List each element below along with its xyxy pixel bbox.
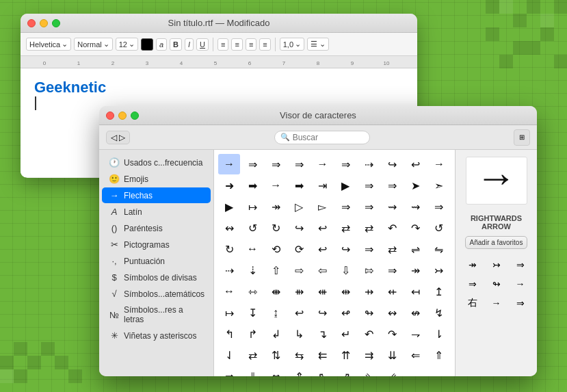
symbol-cell[interactable]: ⇗ xyxy=(334,366,356,376)
symbol-cell[interactable]: ↴ xyxy=(311,324,333,344)
symbol-cell[interactable]: ↲ xyxy=(265,324,287,344)
symbol-cell[interactable]: ↩ xyxy=(311,218,333,238)
symbol-cell[interactable]: ⇝ xyxy=(382,196,404,217)
symbol-cell[interactable]: ⇰ xyxy=(358,260,380,280)
symbol-cell[interactable]: ➜ xyxy=(218,175,240,196)
symbol-cell[interactable]: ↪ xyxy=(334,239,356,259)
symbol-cell[interactable]: ↩ xyxy=(288,302,310,323)
search-input[interactable] xyxy=(293,133,361,142)
symbol-cell[interactable]: → xyxy=(428,154,450,174)
symbol-cell[interactable]: ⇒ xyxy=(428,196,450,217)
symbol-cell[interactable]: ↪ xyxy=(288,218,310,238)
symbol-cell[interactable]: ↔ xyxy=(218,281,240,302)
symbol-cell[interactable]: ▻ xyxy=(311,196,333,217)
italic-button[interactable]: I xyxy=(185,38,194,51)
symbol-cell[interactable]: ↠ xyxy=(405,260,427,280)
symbol-cell[interactable]: ⇒ xyxy=(334,154,356,174)
symbol-cell[interactable]: ⇒ xyxy=(334,196,356,217)
symbol-cell[interactable]: ⇒ xyxy=(241,154,263,174)
symbol-cell[interactable]: ⇒ xyxy=(218,366,240,376)
symbol-cell[interactable]: ↺ xyxy=(428,218,450,238)
symbol-cell[interactable]: ⇷ xyxy=(382,281,404,302)
symbol-cell[interactable]: ↮ xyxy=(405,302,427,323)
symbol-cell[interactable]: ⇘ xyxy=(358,366,380,376)
detail-bottom-symbol[interactable]: ⇒ xyxy=(509,256,531,274)
symbol-cell[interactable]: ⇒ xyxy=(382,260,404,280)
symbol-cell[interactable]: ⇥ xyxy=(311,175,333,196)
symbol-cell[interactable]: ↦ xyxy=(218,302,240,323)
char-viewer-close-button[interactable] xyxy=(106,112,114,120)
symbol-cell[interactable]: ↭ xyxy=(382,302,404,323)
symbol-cell[interactable]: ↦ xyxy=(241,196,263,217)
symbol-cell[interactable]: ⇼ xyxy=(265,281,287,302)
symbol-cell[interactable]: ↧ xyxy=(241,302,263,323)
symbol-cell[interactable]: ⇒ xyxy=(288,154,310,174)
sidebar-item-frecuencia[interactable]: 🕐 Usados c...frecuencia xyxy=(102,155,211,170)
symbol-cell[interactable]: ⟲ xyxy=(265,239,287,259)
color-picker[interactable] xyxy=(141,38,153,51)
symbol-cell[interactable]: ↤ xyxy=(405,281,427,302)
symbol-cell[interactable]: ⇢ xyxy=(358,154,380,174)
line-spacing-selector[interactable]: 1,0 ⌄ xyxy=(280,38,304,51)
symbol-cell[interactable]: ⇁ xyxy=(405,324,427,344)
symbol-cell[interactable]: ▶ xyxy=(334,175,356,196)
detail-bottom-symbol[interactable]: ↣ xyxy=(485,256,507,274)
symbol-cell[interactable]: ⇒ xyxy=(358,175,380,196)
symbol-cell[interactable]: ⇊ xyxy=(382,345,404,365)
symbol-cell[interactable]: ⇄ xyxy=(382,239,404,259)
align-justify-button[interactable]: ≡ xyxy=(259,38,270,51)
symbol-cell[interactable]: ⇈ xyxy=(334,345,356,365)
symbol-cell[interactable]: ⇔ xyxy=(265,366,287,376)
symbol-cell[interactable]: ⇄ xyxy=(241,345,263,365)
detail-bottom-symbol[interactable]: → xyxy=(509,275,531,293)
symbol-cell[interactable]: ⇝ xyxy=(405,196,427,217)
symbol-cell[interactable]: ↻ xyxy=(218,239,240,259)
symbol-cell[interactable]: ⇇ xyxy=(311,345,333,365)
symbol-cell[interactable]: ⇧ xyxy=(265,260,287,280)
symbol-cell[interactable]: ↶ xyxy=(358,324,380,344)
symbol-cell[interactable]: ⇙ xyxy=(382,366,404,376)
symbol-cell[interactable]: ↺ xyxy=(241,218,263,238)
symbol-cell[interactable]: ↨ xyxy=(265,302,287,323)
sidebar-item-pictogramas[interactable]: ✂ Pictogramas xyxy=(102,237,211,252)
sidebar-item-numeros[interactable]: № Símbolos...res a letras xyxy=(102,302,211,327)
symbol-cell[interactable]: ↠ xyxy=(265,196,287,217)
symbol-cell[interactable]: ⇿ xyxy=(241,281,263,302)
sidebar-item-parentesis[interactable]: () Paréntesis xyxy=(102,220,211,236)
symbol-cell[interactable]: ⇃ xyxy=(218,345,240,365)
detail-bottom-symbol[interactable]: ⇒ xyxy=(509,294,531,312)
font-selector[interactable]: Helvetica ⌄ xyxy=(26,38,71,51)
symbol-cell[interactable]: ↳ xyxy=(288,324,310,344)
minimize-button[interactable] xyxy=(40,19,48,27)
char-viewer-maximize-button[interactable] xyxy=(131,112,139,120)
symbol-cell[interactable]: ⇖ xyxy=(311,366,333,376)
close-button[interactable] xyxy=(27,19,36,27)
symbol-cell[interactable]: ▷ xyxy=(288,196,310,217)
symbol-cell[interactable]: ↩ xyxy=(405,154,427,174)
sidebar-item-puntuacion[interactable]: ·, Puntuación xyxy=(102,253,211,269)
sidebar-item-vinetas[interactable]: ✳ Viñetas y asteriscos xyxy=(102,328,211,343)
char-viewer-minimize-button[interactable] xyxy=(118,112,127,120)
symbol-cell[interactable]: ⇻ xyxy=(288,281,310,302)
symbol-cell[interactable]: ↱ xyxy=(241,324,263,344)
symbol-cell[interactable]: ⇄ xyxy=(334,218,356,238)
align-left-button[interactable]: ≡ xyxy=(217,38,228,51)
symbol-cell[interactable]: ➣ xyxy=(428,175,450,196)
symbol-cell[interactable]: ⇺ xyxy=(311,281,333,302)
symbol-cell[interactable]: ⇆ xyxy=(288,345,310,365)
sidebar-item-flechas[interactable]: → Flechas xyxy=(102,187,211,203)
symbol-cell[interactable]: ↥ xyxy=(428,281,450,302)
symbol-cell[interactable]: ⇓ xyxy=(241,366,263,376)
sidebar-item-divisas[interactable]: $ Símbolos de divisas xyxy=(102,270,211,285)
underline-button[interactable]: U xyxy=(196,38,209,51)
symbol-cell[interactable]: ⇉ xyxy=(358,345,380,365)
symbol-cell[interactable]: ↻ xyxy=(265,218,287,238)
symbol-cell[interactable]: ⇌ xyxy=(405,239,427,259)
symbol-cell[interactable]: → xyxy=(265,175,287,196)
maximize-button[interactable] xyxy=(52,19,60,27)
symbol-cell[interactable]: ⇒ xyxy=(265,154,287,174)
detail-bottom-symbol[interactable]: ↬ xyxy=(485,275,507,293)
sidebar-item-emojis[interactable]: 🙂 Emojis xyxy=(102,171,211,187)
symbol-cell[interactable]: ↭ xyxy=(218,218,240,238)
symbol-cell[interactable]: ⇦ xyxy=(311,260,333,280)
